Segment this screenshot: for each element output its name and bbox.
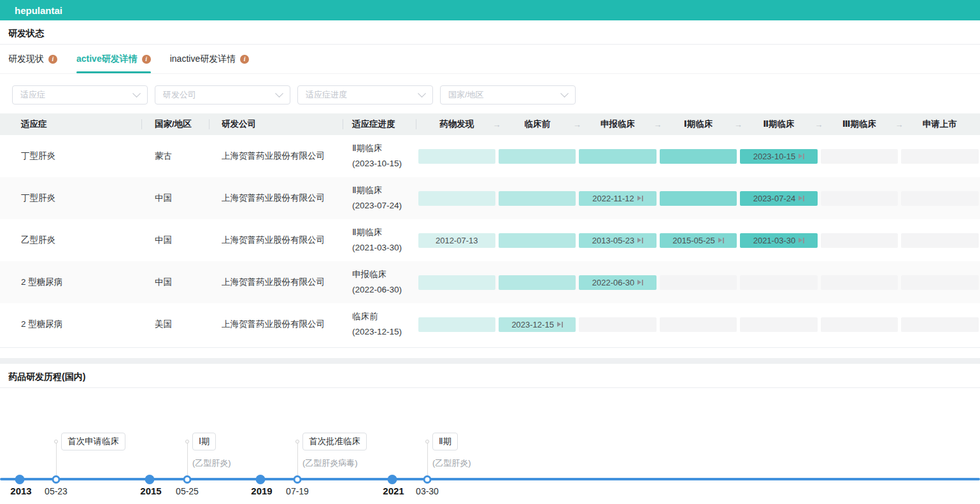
step-forward-icon[interactable] bbox=[799, 238, 804, 243]
timeline-event-box[interactable]: Ⅰ期 bbox=[192, 433, 216, 450]
stage-header-label: Ⅱ期临床 bbox=[763, 119, 794, 130]
stage-bar-filled[interactable]: 2023-12-15 bbox=[499, 317, 576, 332]
info-icon[interactable]: i bbox=[142, 55, 151, 64]
stage-date-label: 2023-10-15 bbox=[753, 152, 796, 161]
stage-cell bbox=[497, 233, 577, 248]
step-forward-icon[interactable] bbox=[557, 322, 563, 328]
step-bar bbox=[803, 238, 804, 243]
stage-cell bbox=[819, 149, 899, 164]
timeline-year-dot bbox=[256, 475, 266, 484]
filter-placeholder: 研发公司 bbox=[163, 89, 196, 101]
cell-indication: 2 型糖尿病 bbox=[0, 319, 142, 330]
timeline-event-stem bbox=[297, 443, 298, 479]
column-header-适应症: 适应症 bbox=[0, 113, 142, 135]
stage-date-label: 2022-06-30 bbox=[592, 278, 635, 287]
stage-cell: 2022-11-12 bbox=[578, 191, 658, 206]
tab-label: inactive研发详情 bbox=[170, 54, 236, 65]
step-forward-icon[interactable] bbox=[637, 280, 643, 285]
timeline-event-stem bbox=[187, 443, 188, 479]
column-header-国家/地区: 国家/地区 bbox=[142, 113, 209, 135]
rd-history-timeline: 2013201520192021首次申请临床05-23Ⅰ期(乙型肝炎)05-25… bbox=[0, 388, 980, 499]
column-header-label: 适应症进度 bbox=[352, 119, 395, 130]
table-header: 适应症国家/地区研发公司适应症进度药物发现→临床前→申报临床→Ⅰ期临床→Ⅱ期临床… bbox=[0, 113, 980, 135]
filter-select-适应症[interactable]: 适应症 bbox=[12, 85, 148, 104]
table-bottom-divider bbox=[0, 347, 980, 358]
stage-cell bbox=[819, 191, 899, 206]
stage-header-Ⅱ期临床: Ⅱ期临床→ bbox=[739, 113, 819, 135]
filter-select-国家/地区[interactable]: 国家/地区 bbox=[440, 85, 576, 104]
step-forward-icon[interactable] bbox=[718, 238, 724, 243]
step-triangle bbox=[799, 154, 802, 159]
stage-bar-filled[interactable]: 2022-11-12 bbox=[579, 191, 656, 206]
stage-cell bbox=[819, 233, 899, 248]
stage-header-label: Ⅰ期临床 bbox=[684, 119, 713, 130]
cell-indication: 乙型肝炎 bbox=[0, 234, 142, 246]
timeline-year-dot bbox=[145, 475, 155, 484]
stage-date-label: 2023-12-15 bbox=[511, 320, 554, 329]
stage-bar-filled bbox=[499, 191, 576, 206]
stage-cell: 2012-07-13 bbox=[416, 233, 497, 248]
stage-bar-empty bbox=[660, 317, 737, 332]
timeline-year-dot bbox=[15, 475, 25, 484]
step-forward-icon[interactable] bbox=[637, 196, 643, 201]
stage-bar-filled[interactable]: 2023-07-24 bbox=[740, 191, 817, 206]
step-triangle bbox=[637, 280, 641, 285]
stage-bar-filled bbox=[499, 233, 576, 248]
tab-inactive研发详情[interactable]: inactive研发详情i bbox=[170, 45, 249, 73]
section-title-rd-history: 药品研发历程(国内) bbox=[0, 364, 980, 388]
stage-cell bbox=[497, 275, 577, 290]
filter-placeholder: 适应症进度 bbox=[306, 89, 347, 101]
step-bar bbox=[642, 280, 643, 285]
timeline-event-subtitle: (乙型肝炎) bbox=[192, 457, 231, 469]
stage-bar-filled[interactable]: 2013-05-23 bbox=[579, 233, 656, 248]
progress-stage-date: (2023-07-24) bbox=[352, 198, 416, 213]
stage-cell: 2023-07-24 bbox=[739, 191, 819, 206]
timeline-event-box[interactable]: Ⅱ期 bbox=[432, 433, 458, 450]
step-bar bbox=[723, 238, 724, 243]
stage-bar-empty bbox=[740, 275, 817, 290]
timeline-event-date: 05-23 bbox=[45, 486, 67, 496]
step-forward-icon[interactable] bbox=[637, 238, 643, 243]
info-icon[interactable]: i bbox=[240, 55, 249, 64]
stage-header-label: 临床前 bbox=[524, 119, 550, 130]
timeline-event-date: 03-30 bbox=[416, 486, 439, 496]
tab-bar: 研发现状iactive研发详情iinactive研发详情i bbox=[0, 45, 980, 74]
stage-bar-filled bbox=[579, 149, 656, 164]
timeline-year-label: 2013 bbox=[10, 486, 31, 496]
stage-date-label: 2023-07-24 bbox=[753, 194, 796, 203]
table-row: 丁型肝炎中国上海贺普药业股份有限公司Ⅱ期临床(2023-07-24)2022-1… bbox=[0, 177, 980, 219]
timeline-event-dot[interactable] bbox=[183, 475, 192, 484]
timeline-event-dot[interactable] bbox=[52, 475, 60, 484]
stage-header-Ⅲ期临床: Ⅲ期临床→ bbox=[819, 113, 899, 135]
stage-date-label: 2013-05-23 bbox=[592, 236, 635, 245]
step-forward-icon[interactable] bbox=[799, 196, 804, 201]
timeline-event-subtitle: (乙型肝炎) bbox=[432, 457, 471, 469]
filter-select-适应症进度[interactable]: 适应症进度 bbox=[297, 85, 433, 104]
timeline-event-dot[interactable] bbox=[294, 475, 302, 484]
timeline-event-box[interactable]: 首次批准临床 bbox=[302, 433, 367, 450]
cell-progress: 临床前(2023-12-15) bbox=[343, 309, 416, 339]
stage-bar-empty bbox=[740, 317, 817, 332]
info-icon[interactable]: i bbox=[48, 55, 57, 64]
stage-bar-filled[interactable]: 2023-10-15 bbox=[740, 149, 817, 164]
stage-bar-filled[interactable]: 2022-06-30 bbox=[579, 275, 656, 290]
section-separator bbox=[0, 358, 980, 364]
step-triangle bbox=[799, 196, 802, 201]
stage-cell bbox=[900, 275, 980, 290]
tab-研发现状[interactable]: 研发现状i bbox=[8, 45, 57, 73]
stage-bar-filled[interactable]: 2021-03-30 bbox=[740, 233, 817, 248]
timeline-event-dot[interactable] bbox=[423, 475, 432, 484]
timeline-event-box[interactable]: 首次申请临床 bbox=[61, 433, 125, 450]
stage-header-药物发现: 药物发现→ bbox=[416, 113, 497, 135]
cell-region: 蒙古 bbox=[142, 150, 209, 162]
stage-date-label: 2022-11-12 bbox=[592, 194, 634, 203]
stage-cell bbox=[497, 191, 577, 206]
stage-bar-filled[interactable]: 2012-07-13 bbox=[418, 233, 495, 248]
stage-bar-filled[interactable]: 2015-05-25 bbox=[660, 233, 737, 248]
step-forward-icon[interactable] bbox=[799, 154, 804, 159]
stage-cell: 2013-05-23 bbox=[578, 233, 658, 248]
filter-select-研发公司[interactable]: 研发公司 bbox=[155, 85, 290, 104]
stage-cell bbox=[497, 149, 577, 164]
step-bar bbox=[562, 322, 563, 328]
tab-active研发详情[interactable]: active研发详情i bbox=[76, 45, 151, 73]
